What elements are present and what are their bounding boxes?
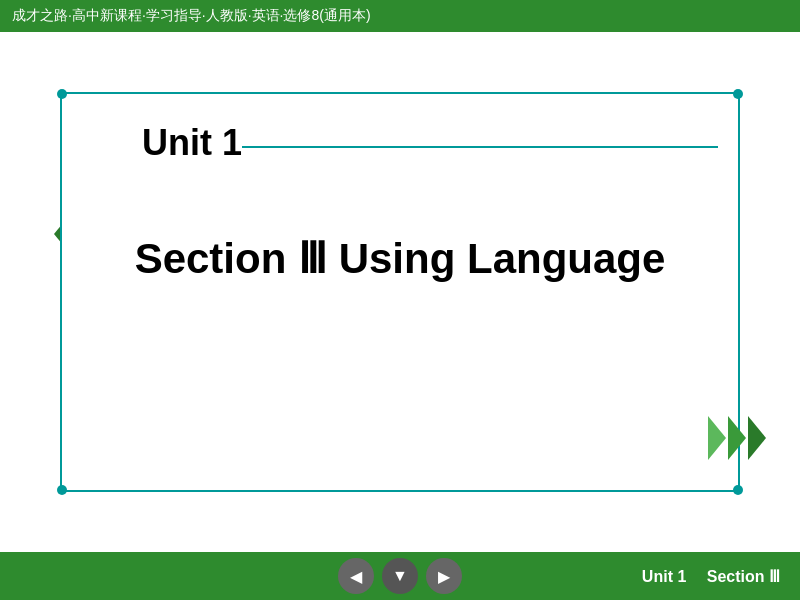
chevron-right-1 bbox=[708, 416, 726, 460]
content-card: Unit 1 Section Ⅲ Using Language bbox=[60, 92, 740, 492]
corner-dot-bl bbox=[57, 485, 67, 495]
chevron-right-2 bbox=[728, 416, 746, 460]
title-divider bbox=[242, 146, 718, 148]
right-chevrons-decoration bbox=[708, 416, 766, 460]
top-bar: 成才之路·高中新课程·学习指导·人教版·英语·选修8(通用本) bbox=[0, 0, 800, 32]
section-title: Section Ⅲ Using Language bbox=[62, 234, 738, 283]
unit-title: Unit 1 bbox=[142, 122, 242, 164]
bottom-nav-label: Unit 1 Section Ⅲ bbox=[642, 567, 780, 586]
next-button[interactable]: ▶ bbox=[426, 558, 462, 594]
main-content: Unit 1 Section Ⅲ Using Language bbox=[0, 32, 800, 552]
corner-dot-br bbox=[733, 485, 743, 495]
prev-button[interactable]: ◀ bbox=[338, 558, 374, 594]
top-bar-text: 成才之路·高中新课程·学习指导·人教版·英语·选修8(通用本) bbox=[12, 7, 371, 25]
bottom-unit-label: Unit 1 bbox=[642, 568, 686, 585]
bottom-section-label: Section Ⅲ bbox=[707, 568, 780, 585]
corner-dot-tl bbox=[57, 89, 67, 99]
bottom-bar: ◀ ▼ ▶ Unit 1 Section Ⅲ bbox=[0, 552, 800, 600]
chevron-right-3 bbox=[748, 416, 766, 460]
home-button[interactable]: ▼ bbox=[382, 558, 418, 594]
nav-buttons: ◀ ▼ ▶ bbox=[338, 558, 462, 594]
corner-dot-tr bbox=[733, 89, 743, 99]
